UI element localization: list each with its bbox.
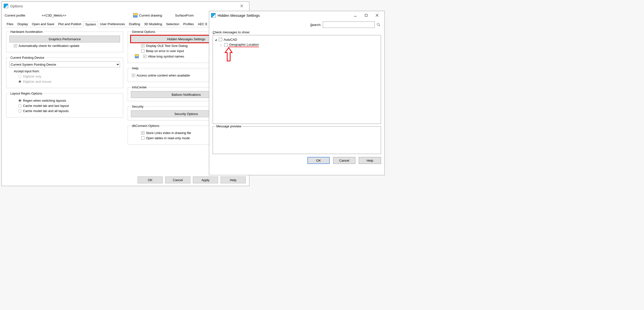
graphics-performance-button[interactable]: Graphics Performance	[10, 35, 120, 42]
messages-tree[interactable]: ◢ AutoCAD ▷ Geographic Location	[212, 35, 381, 124]
tab-files[interactable]: Files	[5, 21, 15, 27]
general-options-legend: General Options	[131, 30, 156, 33]
search-input[interactable]	[323, 21, 374, 28]
pointing-device-combo[interactable]: Current System Pointing Device	[10, 61, 120, 67]
ole-dialog-check[interactable]	[141, 44, 144, 47]
current-profile-value: <<C3D_Metric>>	[42, 13, 133, 17]
tree-child-label: Geographic Location	[229, 43, 259, 47]
tab-aec[interactable]: AEC E	[196, 21, 210, 27]
arrow-annotation	[224, 48, 233, 63]
help-legend: Help	[131, 66, 140, 70]
svg-marker-8	[225, 48, 232, 61]
tab-plot-publish[interactable]: Plot and Publish	[56, 21, 83, 27]
auto-cert-label: Automatically check for certification up…	[18, 44, 79, 48]
tree-child-row[interactable]: ▷ Geographic Location	[215, 42, 379, 48]
tab-system[interactable]: System	[83, 21, 98, 27]
pointing-device-legend: Current Pointing Device	[10, 56, 45, 59]
tree-root-checkbox[interactable]	[219, 38, 222, 41]
hms-buttons: OK Cancel Help	[212, 157, 381, 164]
infocenter-legend: InfoCenter	[131, 85, 148, 89]
cache-last-radio[interactable]	[18, 104, 22, 107]
pointing-device-group: Current Pointing Device Current System P…	[6, 56, 123, 88]
cancel-button[interactable]: Cancel	[165, 176, 190, 183]
drawing-icon	[135, 54, 139, 58]
drawing-icon	[133, 13, 138, 17]
collapse-icon[interactable]: ◢	[215, 38, 218, 41]
regen-switching-radio[interactable]	[18, 99, 22, 102]
beep-label: Beep on error in user input	[146, 49, 184, 53]
close-icon[interactable]	[372, 11, 382, 19]
store-links-label: Store Links index in drawing file	[146, 131, 191, 135]
hardware-accel-group: Hardware Acceleration Graphics Performan…	[6, 30, 123, 52]
accept-input-label: Accept input from:	[10, 69, 120, 73]
tab-user-prefs[interactable]: User Preferences	[98, 21, 127, 27]
current-drawing-label: Current drawing:	[139, 13, 163, 17]
auto-cert-check[interactable]	[14, 44, 17, 47]
app-icon	[211, 13, 216, 17]
tab-selection[interactable]: Selection	[164, 21, 181, 27]
security-legend: Security	[131, 105, 144, 108]
tree-root-row[interactable]: ◢ AutoCAD	[215, 37, 379, 42]
hardware-accel-legend: Hardware Acceleration	[10, 30, 44, 33]
hidden-message-settings-window: Hidden Message Settings Search: Check me…	[209, 11, 385, 175]
check-messages-label: Check messages to show:	[212, 30, 381, 34]
search-icon[interactable]	[376, 22, 381, 27]
layout-regen-legend: Layout Regen Options	[10, 92, 43, 95]
online-content-label: Access online content when available	[136, 73, 190, 77]
tab-profiles[interactable]: Profiles	[181, 21, 196, 27]
store-links-check[interactable]	[141, 131, 144, 134]
message-preview-label: Message preview	[215, 124, 242, 128]
beep-check[interactable]	[141, 49, 144, 52]
tab-open-save[interactable]: Open and Save	[30, 21, 56, 27]
tree-child-checkbox[interactable]	[224, 43, 228, 47]
long-symbol-label: Allow long symbol names	[148, 54, 184, 58]
tab-drafting[interactable]: Drafting	[127, 21, 142, 27]
options-buttons: OK Cancel Apply Help	[138, 176, 246, 183]
digitizer-mouse-radio	[18, 80, 22, 83]
options-title: Options	[10, 4, 23, 8]
readonly-tables-label: Open tables in read-only mode	[146, 136, 190, 140]
minimize-icon[interactable]	[350, 11, 361, 19]
digitizer-only-label: Digitizer only	[23, 74, 41, 78]
long-symbol-check[interactable]	[143, 55, 146, 58]
ok-button[interactable]: OK	[308, 157, 330, 164]
layout-regen-group: Layout Regen Options Regen when switchin…	[6, 92, 123, 117]
digitizer-only-radio	[18, 75, 22, 78]
tab-display[interactable]: Display	[15, 21, 30, 27]
svg-line-7	[379, 25, 380, 26]
ok-button[interactable]: OK	[138, 176, 163, 183]
close-icon[interactable]	[236, 2, 247, 10]
cache-last-label: Cache model tab and last layout	[23, 104, 69, 108]
cache-all-label: Cache model tab and all layouts	[23, 109, 69, 113]
options-titlebar: Options	[2, 2, 249, 10]
regen-switching-label: Regen when switching layouts	[23, 99, 66, 102]
apply-button[interactable]: Apply	[193, 176, 218, 183]
tree-root-label: AutoCAD	[223, 38, 237, 41]
svg-rect-3	[365, 14, 368, 16]
svg-point-6	[377, 23, 379, 25]
current-drawing-value: SurfaceFrom	[175, 13, 194, 17]
cancel-button[interactable]: Cancel	[333, 157, 355, 164]
dbconnect-legend: dbConnect Options	[131, 124, 160, 128]
expand-icon[interactable]: ▷	[220, 44, 223, 46]
online-content-check[interactable]	[132, 74, 135, 77]
message-preview-box: Message preview	[212, 126, 381, 154]
current-profile-label: Current profile:	[5, 13, 42, 17]
digitizer-mouse-label: Digitizer and mouse	[23, 80, 51, 83]
hms-title: Hidden Message Settings	[218, 13, 260, 17]
help-button[interactable]: Help	[220, 176, 246, 183]
search-label: Search:	[310, 23, 321, 27]
tab-3d-modeling[interactable]: 3D Modeling	[142, 21, 164, 27]
cache-all-radio[interactable]	[18, 109, 22, 113]
help-button[interactable]: Help	[359, 157, 381, 164]
readonly-tables-check[interactable]	[141, 136, 144, 140]
app-icon	[4, 4, 8, 8]
maximize-icon[interactable]	[361, 11, 372, 19]
ole-dialog-label: Display OLE Text Size Dialog	[146, 44, 188, 48]
hms-titlebar: Hidden Message Settings	[209, 11, 384, 19]
